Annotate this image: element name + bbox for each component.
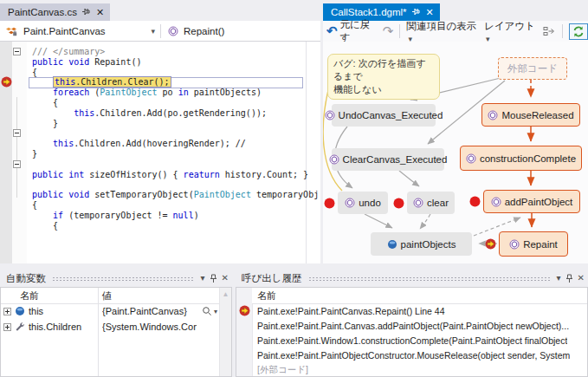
autos-panel: 自動変数 ▾ ✕ 名前 値 this{Paint.PaintCanvas}▾th… bbox=[0, 270, 232, 377]
close-icon[interactable]: ✕ bbox=[426, 8, 434, 17]
editor-tabstrip: PaintCanvas.cs ✕ bbox=[0, 0, 321, 21]
editor-pane: PaintCanvas.cs ✕ Paint.PaintCanvas ▾ bbox=[0, 0, 321, 263]
autos-row[interactable]: this.Children{System.Windows.Controls bbox=[1, 319, 231, 335]
show-related-button[interactable]: 関連項目の表示▾ bbox=[406, 20, 481, 43]
callstack-row[interactable]: [外部コード] bbox=[236, 362, 587, 377]
redo-icon[interactable]: ↷ bbox=[383, 25, 394, 37]
method-icon bbox=[329, 154, 339, 165]
layout-direction-icon[interactable] bbox=[543, 26, 556, 36]
window-menu-icon[interactable]: ▾ bbox=[557, 274, 561, 283]
variable-value: {System.Windows.Controls bbox=[102, 322, 197, 332]
graph-canvas[interactable]: バグ: 次の行を描画するまで 機能しない 外部コードUndoCanvas_Exe… bbox=[323, 42, 588, 263]
graph-node-mousereleased[interactable]: MouseReleased bbox=[481, 103, 580, 127]
graph-node-paintobjects[interactable]: paintObjects bbox=[371, 232, 472, 256]
method-icon bbox=[491, 197, 501, 207]
code-line: } bbox=[0, 119, 320, 129]
node-label: Repaint bbox=[523, 239, 558, 250]
node-label: undo bbox=[359, 198, 381, 208]
graph-node-clearcanvas_executed[interactable]: ClearCanvas_Executed bbox=[332, 148, 444, 171]
pin-icon[interactable] bbox=[412, 8, 421, 16]
current-statement-icon bbox=[485, 238, 496, 250]
close-icon[interactable]: ✕ bbox=[96, 8, 104, 17]
node-label: clear bbox=[427, 198, 449, 208]
graph-node-addpaintobject[interactable]: addPaintObject bbox=[483, 190, 580, 213]
callstack-header: 名前 bbox=[252, 288, 587, 304]
bug-annotation-note[interactable]: バグ: 次の行を描画するまで 機能しない bbox=[327, 54, 440, 100]
layout-button[interactable]: レイアウト▾ bbox=[484, 20, 540, 43]
frame-text: [外部コード] bbox=[257, 364, 308, 376]
code-lines: /// </summary>public void Repaint(){ thi… bbox=[0, 47, 320, 231]
method-icon bbox=[509, 239, 520, 250]
pin-icon[interactable] bbox=[210, 274, 217, 283]
type-dropdown[interactable]: Paint.PaintCanvas ▾ bbox=[0, 21, 160, 41]
node-label: constructionComplete bbox=[480, 153, 576, 164]
graph-node-repaint[interactable]: Repaint bbox=[499, 231, 568, 257]
breakpoint-icon bbox=[393, 198, 404, 209]
member-name: Repaint() bbox=[184, 26, 224, 36]
window-menu-icon[interactable]: ▾ bbox=[201, 274, 205, 283]
code-line: { bbox=[0, 200, 320, 211]
graph-node-[interactable]: 外部コード bbox=[498, 57, 567, 80]
fold-collapse-icon[interactable] bbox=[13, 48, 21, 55]
refresh-button[interactable] bbox=[569, 23, 588, 40]
code-line: public void Repaint() bbox=[0, 57, 320, 68]
code-editor[interactable]: /// </summary>public void Repaint(){ thi… bbox=[0, 42, 320, 263]
graph-node-constructioncomplete[interactable]: constructionComplete bbox=[460, 146, 582, 171]
wrench-icon bbox=[15, 322, 25, 332]
code-line: { bbox=[0, 98, 320, 108]
type-name: Paint.PaintCanvas bbox=[23, 26, 106, 36]
drag-grip[interactable] bbox=[52, 276, 195, 281]
code-line: public int sizeOfHistory() { reaturn his… bbox=[0, 170, 320, 180]
code-line: this.Children.Add(po.getRendering()); bbox=[0, 108, 320, 119]
pin-icon[interactable] bbox=[82, 8, 91, 16]
graph-node-undocanvas_executed[interactable]: UndoCanvas_Executed bbox=[332, 104, 436, 127]
graph-edge bbox=[365, 214, 392, 228]
callstack-row[interactable]: Paint.exe!Paint.PaintCanvas.Repaint() Li… bbox=[236, 303, 587, 318]
autos-row[interactable]: this{Paint.PaintCanvas}▾ bbox=[1, 303, 231, 319]
code-line: { bbox=[0, 221, 320, 231]
close-icon[interactable]: ✕ bbox=[578, 274, 585, 283]
member-dropdown[interactable]: Repaint() bbox=[161, 21, 224, 41]
method-icon bbox=[488, 110, 498, 120]
visualizer-dropdown-icon[interactable]: ▾ bbox=[214, 308, 217, 315]
close-icon[interactable]: ✕ bbox=[222, 274, 229, 283]
code-line: } bbox=[0, 149, 320, 159]
undo-button[interactable]: 元に戻す bbox=[340, 18, 380, 44]
callstack-row[interactable]: Paint.exe!Paint.Window1.constructionComp… bbox=[236, 333, 587, 348]
tab-title: PaintCanvas.cs bbox=[8, 7, 77, 17]
tab-paintcanvas-cs[interactable]: PaintCanvas.cs ✕ bbox=[0, 3, 110, 21]
method-icon bbox=[325, 110, 335, 120]
fold-collapse-icon[interactable] bbox=[13, 160, 21, 168]
autos-rows: this{Paint.PaintCanvas}▾this.Children{Sy… bbox=[1, 303, 231, 376]
dgml-graph-pane: CallStack1.dgml* ✕ ↶ 元に戻す ↷ 関連項目の表示▾ レイア… bbox=[323, 0, 588, 263]
frame-text: Paint.exe!Paint.PaintObjectConstructor.M… bbox=[257, 350, 570, 361]
node-label: ClearCanvas_Executed bbox=[343, 154, 448, 165]
breakpoint-icon bbox=[469, 196, 481, 207]
breakpoint-current-line-icon[interactable] bbox=[1, 76, 12, 88]
variable-name: this.Children bbox=[29, 322, 81, 332]
expand-icon[interactable] bbox=[3, 323, 11, 331]
node-label: MouseReleased bbox=[501, 110, 573, 120]
graph-node-clear[interactable]: clear bbox=[407, 192, 455, 214]
undo-icon[interactable]: ↶ bbox=[326, 25, 338, 37]
autos-body: 名前 値 this{Paint.PaintCanvas}▾this.Childr… bbox=[0, 287, 232, 377]
code-line: /// </summary> bbox=[0, 47, 320, 57]
pin-icon[interactable] bbox=[565, 274, 573, 283]
panel-title: 自動変数 bbox=[6, 272, 46, 285]
drag-grip[interactable] bbox=[308, 276, 551, 281]
scroll-up-icon[interactable]: ▲ bbox=[223, 290, 229, 298]
magnifier-icon[interactable] bbox=[202, 306, 212, 316]
expand-icon[interactable] bbox=[3, 308, 11, 315]
fold-collapse-icon[interactable] bbox=[13, 129, 21, 137]
column-name: 名前 bbox=[20, 289, 39, 302]
method-icon bbox=[168, 26, 178, 36]
autos-scrollbar[interactable]: ▲ bbox=[219, 288, 231, 376]
callstack-row[interactable]: Paint.exe!Paint.Paint.Canvas.addPaintObj… bbox=[236, 318, 587, 333]
tab-title: CallStack1.dgml* bbox=[331, 7, 407, 17]
node-label: addPaintObject bbox=[505, 197, 573, 207]
frame-text: Paint.exe!Paint.Window1.constructionComp… bbox=[257, 335, 567, 346]
graph-toolbar: ↶ 元に戻す ↷ 関連項目の表示▾ レイアウト▾ bbox=[323, 21, 588, 42]
field-icon bbox=[387, 239, 397, 250]
graph-node-undo[interactable]: undo bbox=[338, 192, 388, 214]
callstack-row[interactable]: Paint.exe!Paint.PaintObjectConstructor.M… bbox=[236, 348, 587, 362]
